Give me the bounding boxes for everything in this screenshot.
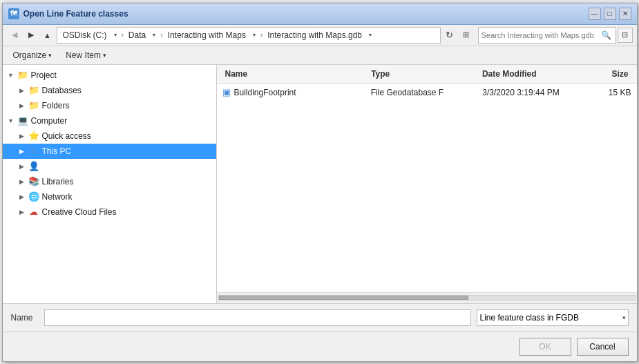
expand-quick-access-icon: ▶: [17, 131, 28, 142]
user-icon: 👤: [28, 161, 40, 172]
cancel-button[interactable]: Cancel: [577, 338, 629, 356]
sidebar-item-computer[interactable]: ▼ 💻 Computer: [3, 113, 216, 128]
breadcrumb-maps[interactable]: Interacting with Maps: [165, 29, 249, 41]
creative-cloud-icon: ☁: [28, 207, 40, 218]
search-input[interactable]: [481, 31, 600, 39]
sidebar-item-creative-cloud-label: Creative Cloud Files: [42, 207, 117, 217]
expand-computer-icon: ▼: [6, 115, 17, 126]
folder-folders-icon: 📁: [28, 100, 40, 111]
sidebar-item-libraries-label: Libraries: [42, 177, 74, 186]
sort-button[interactable]: ⊞: [459, 28, 474, 43]
expand-libraries-icon: ▶: [17, 176, 28, 187]
minimize-button[interactable]: —: [589, 8, 601, 20]
ok-button[interactable]: OK: [519, 338, 571, 356]
libraries-icon: 📚: [28, 176, 40, 187]
breadcrumb-sep3: ›: [260, 31, 263, 39]
organize-button[interactable]: Organize ▾: [8, 48, 57, 62]
expand-databases-icon: ▶: [17, 85, 28, 96]
new-item-dropdown-icon: ▾: [103, 52, 106, 59]
col-header-type[interactable]: Type: [368, 68, 479, 80]
sidebar-item-folders[interactable]: ▶ 📁 Folders: [3, 98, 216, 113]
col-header-size[interactable]: Size: [591, 68, 631, 80]
file-content-area: Name Type Date Modified Size ▣ BuildingF…: [217, 65, 637, 303]
sidebar-item-computer-label: Computer: [31, 116, 68, 126]
quick-access-icon: ⭐: [28, 131, 40, 142]
file-name-cell: ▣ BuildingFootprint: [222, 87, 371, 97]
back-button[interactable]: ◀: [7, 28, 22, 43]
file-type-cell: File Geodatabase F: [371, 88, 482, 97]
sidebar-item-creative-cloud[interactable]: ▶ ☁ Creative Cloud Files: [3, 204, 216, 220]
breadcrumb-sep1: ›: [121, 31, 124, 39]
title-bar-left: 🗺 Open Line Feature classes: [8, 8, 128, 19]
folder-project-icon: 📁: [17, 70, 29, 81]
col-header-date[interactable]: Date Modified: [479, 68, 591, 80]
organize-label: Organize: [13, 50, 47, 60]
computer-icon: 💻: [17, 115, 29, 126]
type-select[interactable]: Line feature class in FGDB: [477, 309, 629, 326]
action-bar: Organize ▾ New Item ▾: [3, 46, 637, 65]
close-button[interactable]: ✕: [619, 8, 631, 20]
title-bar: 🗺 Open Line Feature classes — □ ✕: [3, 3, 637, 25]
title-controls: — □ ✕: [589, 8, 631, 20]
refresh-button[interactable]: ↻: [442, 28, 457, 43]
expand-folders-icon: ▶: [17, 100, 28, 111]
file-size-cell: 15 KB: [594, 88, 631, 97]
dialog-title: Open Line Feature classes: [23, 9, 128, 19]
new-item-label: New Item: [66, 50, 101, 60]
expand-project-icon: ▼: [6, 70, 17, 81]
file-table: Name Type Date Modified Size ▣ BuildingF…: [217, 65, 637, 292]
table-row[interactable]: ▣ BuildingFootprint File Geodatabase F 3…: [217, 84, 637, 102]
breadcrumb-data[interactable]: Data: [126, 29, 149, 41]
organize-dropdown-icon: ▾: [48, 52, 52, 59]
breadcrumb-gdb-dropdown[interactable]: ▾: [366, 28, 374, 42]
breadcrumb-sep2: ›: [160, 31, 163, 39]
new-item-button[interactable]: New Item ▾: [61, 48, 111, 62]
name-field-label: Name: [11, 313, 39, 323]
navigation-toolbar: ◀ ▶ ▲ OSDisk (C:) ▾ › Data ▾ › Interacti…: [3, 25, 637, 46]
view-toggle-button[interactable]: ⊟: [618, 28, 633, 43]
dialog-buttons: OK Cancel: [3, 332, 637, 361]
sidebar-item-databases-label: Databases: [42, 86, 82, 95]
type-select-wrapper: Line feature class in FGDB ▾: [477, 309, 629, 326]
up-button[interactable]: ▲: [40, 28, 55, 43]
expand-network-icon: ▶: [17, 191, 28, 202]
sidebar-item-this-pc-label: This PC: [42, 146, 72, 156]
sidebar-item-network[interactable]: ▶ 🌐 Network: [3, 189, 216, 204]
sidebar-item-network-label: Network: [42, 192, 73, 202]
search-area: 🔍: [478, 27, 616, 44]
horizontal-scrollbar[interactable]: [217, 292, 637, 303]
sidebar-item-quick-access[interactable]: ▶ ⭐ Quick access: [3, 128, 216, 144]
network-icon: 🌐: [28, 191, 40, 202]
file-table-header: Name Type Date Modified Size: [217, 65, 637, 84]
breadcrumb-osdisk[interactable]: OSDisk (C:): [60, 29, 110, 41]
expand-user-icon: ▶: [17, 161, 28, 172]
scrollbar-thumb[interactable]: [219, 296, 468, 300]
expand-creative-cloud-icon: ▶: [17, 207, 28, 218]
sidebar-item-folders-label: Folders: [42, 101, 70, 111]
forward-button[interactable]: ▶: [23, 28, 39, 43]
sidebar-item-this-pc[interactable]: ▶ 🖥 This PC: [3, 144, 216, 159]
sidebar-item-libraries[interactable]: ▶ 📚 Libraries: [3, 174, 216, 189]
breadcrumb-area: OSDisk (C:) ▾ › Data ▾ › Interacting wit…: [57, 27, 441, 44]
file-type-icon: ▣: [222, 87, 231, 97]
sidebar-item-project[interactable]: ▼ 📁 Project: [3, 68, 216, 83]
sidebar-item-databases[interactable]: ▶ 📁 Databases: [3, 83, 216, 98]
breadcrumb-gdb[interactable]: Interacting with Maps.gdb: [265, 29, 365, 41]
col-header-name[interactable]: Name: [222, 68, 369, 80]
scrollbar-track[interactable]: [218, 295, 636, 300]
breadcrumb-data-dropdown[interactable]: ▾: [150, 28, 158, 42]
file-name-label: BuildingFootprint: [234, 88, 296, 97]
dialog-icon: 🗺: [8, 8, 19, 19]
sidebar-item-quick-access-label: Quick access: [42, 131, 91, 141]
main-content: ▼ 📁 Project ▶ 📁 Databases ▶ 📁 Folders ▼ …: [3, 65, 637, 303]
sidebar-item-user[interactable]: ▶ 👤: [3, 159, 216, 174]
search-icon[interactable]: 🔍: [600, 29, 613, 41]
this-pc-icon: 🖥: [28, 146, 40, 157]
expand-this-pc-icon: ▶: [17, 146, 28, 157]
breadcrumb-osdisk-dropdown[interactable]: ▾: [111, 28, 120, 42]
sidebar-item-project-label: Project: [31, 70, 57, 80]
maximize-button[interactable]: □: [604, 8, 616, 20]
file-date-cell: 3/3/2020 3:19:44 PM: [482, 88, 593, 97]
breadcrumb-maps-dropdown[interactable]: ▾: [250, 28, 258, 42]
name-input[interactable]: [44, 309, 471, 326]
